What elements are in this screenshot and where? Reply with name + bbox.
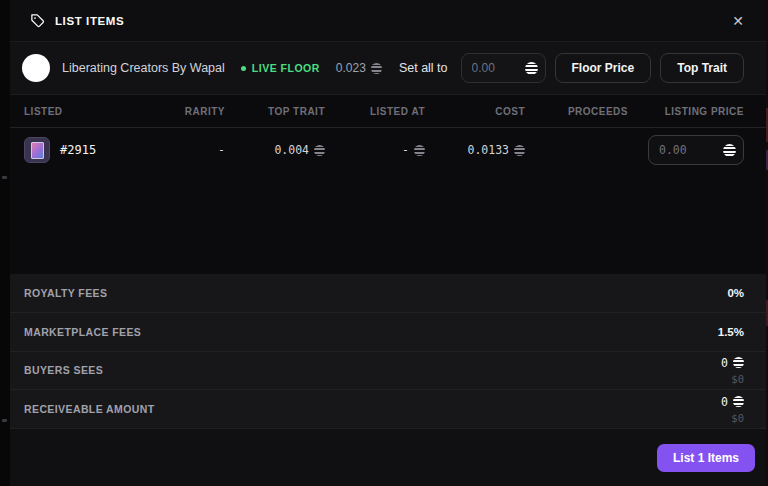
buyers-sees-usd: $0 <box>731 373 744 385</box>
table-header-row: LISTED RARITY TOP TRAIT LISTED AT COST P… <box>10 95 766 128</box>
col-header-listing-price: LISTING PRICE <box>628 106 744 117</box>
rarity-cell: - <box>125 143 225 157</box>
buyers-sees-row: BUYERS SEES 0 $0 <box>10 352 766 391</box>
cost-value: 0.0133 <box>467 143 509 157</box>
listed-cell: #2915 <box>24 137 125 163</box>
nft-thumbnail <box>24 137 50 163</box>
floor-price-value: 0.023 <box>336 61 382 75</box>
buyers-sees-apt: 0 <box>721 356 744 370</box>
floor-value-text: 0.023 <box>336 61 366 75</box>
modal-header: LIST ITEMS ✕ <box>10 0 766 42</box>
col-header-listed-at: LISTED AT <box>325 106 425 117</box>
set-all-input-wrap <box>461 53 546 83</box>
page: LIST ITEMS ✕ Liberating Creators By Wapa… <box>0 0 768 486</box>
aptos-coin-icon <box>733 396 744 407</box>
marketplace-fees-value: 1.5% <box>718 326 744 338</box>
live-floor-label: LIVE FLOOR <box>252 62 320 74</box>
listed-at-value: - <box>402 143 409 157</box>
collection-avatar <box>22 54 50 82</box>
collection-bar: Liberating Creators By Wapal LIVE FLOOR … <box>10 42 766 95</box>
marketplace-fees-label: MARKETPLACE FEES <box>24 326 141 338</box>
set-all-label: Set all to <box>399 61 448 75</box>
receiveable-amount-apt: 0 <box>721 395 744 409</box>
top-trait-cell: 0.004 <box>225 143 325 157</box>
aptos-coin-icon <box>371 63 382 74</box>
royalty-fees-row: ROYALTY FEES 0% <box>10 274 766 313</box>
listing-price-input-wrap <box>648 135 744 165</box>
aptos-coin-icon <box>514 145 525 156</box>
buyers-sees-label: BUYERS SEES <box>24 364 103 376</box>
col-header-rarity: RARITY <box>125 106 225 117</box>
table-row: #2915 - 0.004 - 0.0133 <box>10 128 766 172</box>
background-sliver-left <box>0 0 10 486</box>
token-id: #2915 <box>60 143 96 157</box>
list-items-modal: LIST ITEMS ✕ Liberating Creators By Wapa… <box>10 0 766 486</box>
buyers-sees-amount: 0 <box>721 356 728 370</box>
col-header-cost: COST <box>425 106 525 117</box>
top-trait-button[interactable]: Top Trait <box>660 53 744 83</box>
aptos-coin-icon <box>723 144 736 157</box>
table-empty-space <box>10 172 766 274</box>
nft-thumbnail-art <box>31 142 44 159</box>
items-table: LISTED RARITY TOP TRAIT LISTED AT COST P… <box>10 95 766 274</box>
set-all-controls: Set all to Floor Price Top Trait <box>399 53 744 83</box>
modal-footer: List 1 Items <box>10 428 766 486</box>
col-header-listed: LISTED <box>24 106 125 117</box>
aptos-coin-icon <box>314 145 325 156</box>
background-artifact <box>2 176 7 179</box>
aptos-coin-icon <box>525 62 538 75</box>
receiveable-amount-usd: $0 <box>731 412 744 424</box>
fees-summary: ROYALTY FEES 0% MARKETPLACE FEES 1.5% BU… <box>10 274 766 428</box>
royalty-fees-value: 0% <box>727 287 744 299</box>
listing-price-cell <box>628 135 744 165</box>
live-floor-indicator: LIVE FLOOR <box>241 62 320 74</box>
top-trait-value: 0.004 <box>274 143 309 157</box>
royalty-fees-label: ROYALTY FEES <box>24 287 107 299</box>
buyers-sees-value: 0 $0 <box>721 356 744 385</box>
marketplace-fees-row: MARKETPLACE FEES 1.5% <box>10 313 766 352</box>
close-icon[interactable]: ✕ <box>732 14 744 28</box>
receiveable-amount-number: 0 <box>721 395 728 409</box>
collection-name: Liberating Creators By Wapal <box>62 61 225 75</box>
background-artifact <box>2 419 7 422</box>
list-items-button[interactable]: List 1 Items <box>657 444 755 472</box>
receiveable-amount-label: RECEIVEABLE AMOUNT <box>24 403 154 415</box>
modal-title: LIST ITEMS <box>55 15 124 27</box>
floor-price-button[interactable]: Floor Price <box>555 53 652 83</box>
tag-icon <box>30 13 45 28</box>
aptos-coin-icon <box>414 145 425 156</box>
receiveable-amount-row: RECEIVEABLE AMOUNT 0 $0 <box>10 390 766 428</box>
listed-at-cell: - <box>325 143 425 157</box>
cost-cell: 0.0133 <box>425 143 525 157</box>
aptos-coin-icon <box>733 357 744 368</box>
live-dot-icon <box>241 66 246 71</box>
receiveable-amount-value: 0 $0 <box>721 395 744 424</box>
col-header-top-trait: TOP TRAIT <box>225 106 325 117</box>
col-header-proceeds: PROCEEDS <box>525 106 628 117</box>
